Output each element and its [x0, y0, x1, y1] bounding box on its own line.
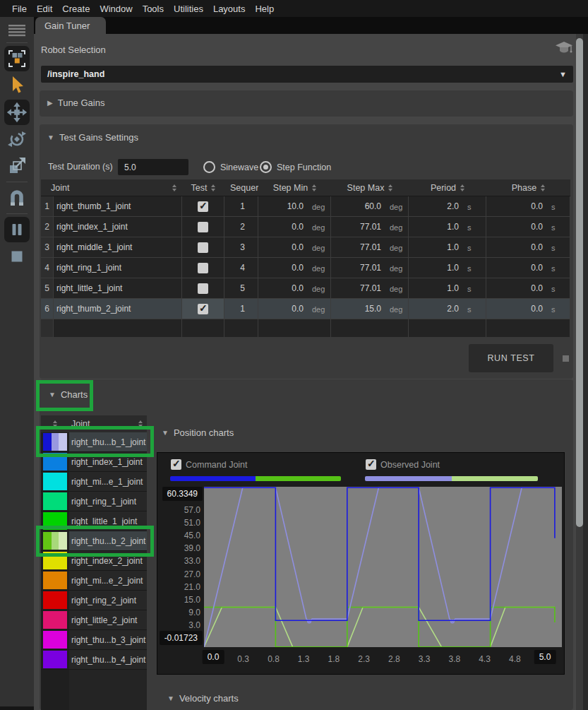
phase-cell[interactable]: 0.0s: [486, 278, 570, 298]
velocity-charts-header[interactable]: ▼ Velocity charts: [167, 693, 239, 704]
max-value: 77.01: [331, 222, 390, 232]
x-tick-label: 3.8: [448, 654, 460, 664]
menu-item-file[interactable]: File: [7, 4, 32, 14]
period-cell[interactable]: 2.0s: [409, 196, 486, 216]
table-row[interactable]: 1right_thumb_1_joint110.0deg60.0deg2.0s0…: [41, 196, 570, 217]
table-row[interactable]: 3right_middle_1_joint30.0deg77.01deg1.0s…: [41, 237, 570, 258]
sequence-cell[interactable]: 1: [224, 196, 258, 216]
test-checkbox-cell[interactable]: [182, 278, 224, 298]
command-joint-toggle[interactable]: Command Joint: [171, 459, 248, 470]
joint-list-row[interactable]: right_thu...b_4_joint: [41, 650, 147, 670]
joint-list-row[interactable]: right_mi...e_1_joint: [41, 472, 147, 492]
joint-list-row[interactable]: right_index_2_joint: [41, 551, 147, 571]
test-checkbox-cell[interactable]: [182, 258, 224, 278]
tab-gain-tuner[interactable]: Gain Tuner: [35, 17, 106, 34]
test-gains-header[interactable]: ▼ Test Gains Settings: [47, 132, 138, 143]
min-cell[interactable]: 0.0deg: [258, 299, 331, 319]
position-charts-header[interactable]: ▼ Position charts: [162, 427, 234, 438]
column-header-sequer[interactable]: Sequer: [224, 179, 258, 196]
x-tick-label: 5.0: [534, 650, 556, 664]
sequence-cell[interactable]: 5: [224, 278, 258, 298]
column-header-step-min[interactable]: Step Min: [258, 179, 331, 196]
menu-item-edit[interactable]: Edit: [32, 4, 57, 14]
graduation-cap-icon[interactable]: [555, 40, 573, 59]
joint-list-row[interactable]: right_little_2_joint: [41, 610, 147, 630]
sequence-cell[interactable]: 1: [224, 299, 258, 319]
min-cell[interactable]: 0.0deg: [258, 217, 331, 237]
max-cell[interactable]: 15.0deg: [331, 299, 409, 319]
joint-list-row[interactable]: right_thu...b_2_joint: [41, 531, 147, 551]
min-cell[interactable]: 0.0deg: [258, 237, 331, 257]
table-row[interactable]: 2right_index_1_joint20.0deg77.01deg1.0s0…: [41, 217, 570, 237]
table-row[interactable]: 4right_ring_1_joint40.0deg77.01deg1.0s0.…: [41, 258, 570, 278]
menu-item-help[interactable]: Help: [250, 4, 279, 14]
joint-list-row[interactable]: right_ring_1_joint: [41, 492, 147, 511]
stop-icon[interactable]: [4, 244, 30, 269]
max-cell[interactable]: 77.01deg: [331, 237, 409, 257]
period-cell[interactable]: 1.0s: [409, 278, 486, 298]
joint-list-row[interactable]: right_thu...b_1_joint: [41, 432, 147, 452]
joint-list-row[interactable]: right_index_1_joint: [41, 452, 147, 472]
phase-cell[interactable]: 0.0s: [486, 217, 570, 237]
table-row[interactable]: 6right_thumb_2_joint10.0deg15.0deg2.0s0.…: [41, 299, 570, 319]
radio-sinewave[interactable]: Sinewave: [203, 161, 258, 173]
test-duration-input[interactable]: 5.0: [118, 159, 188, 175]
max-cell[interactable]: 60.0deg: [331, 196, 409, 216]
column-header-period[interactable]: Period: [409, 179, 486, 196]
menu-item-tools[interactable]: Tools: [138, 4, 169, 14]
joint-list-row[interactable]: right_thu...b_3_joint: [41, 630, 147, 650]
column-header-joint[interactable]: Joint: [41, 179, 182, 196]
run-test-button[interactable]: RUN TEST: [469, 344, 553, 372]
color-column-header[interactable]: [41, 415, 69, 432]
observed-joint-toggle[interactable]: Observed Joint: [366, 459, 440, 470]
period-cell[interactable]: 1.0s: [409, 237, 486, 257]
phase-cell[interactable]: 0.0s: [486, 196, 570, 216]
phase-cell[interactable]: 0.0s: [486, 258, 570, 278]
scrollbar-handle[interactable]: [576, 38, 583, 527]
min-cell[interactable]: 10.0deg: [258, 196, 331, 216]
joint-list-row[interactable]: right_mi...e_2_joint: [41, 571, 147, 591]
table-row[interactable]: 5right_little_1_joint50.0deg77.01deg1.0s…: [41, 278, 570, 299]
pause-icon[interactable]: [4, 217, 30, 242]
selection-mode-icon[interactable]: [4, 46, 30, 71]
column-header-step-max[interactable]: Step Max: [331, 179, 409, 196]
min-cell[interactable]: 0.0deg: [258, 258, 331, 278]
menu-item-utilities[interactable]: Utilities: [169, 4, 208, 14]
max-cell[interactable]: 77.01deg: [331, 258, 409, 278]
robot-selection-dropdown[interactable]: /inspire_hand ▼: [41, 66, 573, 83]
max-cell[interactable]: 77.01deg: [331, 217, 409, 237]
snap-magnet-icon[interactable]: [4, 185, 30, 211]
phase-cell[interactable]: 0.0s: [486, 237, 570, 257]
joint-column-header[interactable]: Joint: [69, 415, 147, 432]
menu-item-layouts[interactable]: Layouts: [208, 4, 251, 14]
max-cell[interactable]: 77.01deg: [331, 278, 409, 298]
period-cell[interactable]: 1.0s: [409, 217, 486, 237]
min-cell[interactable]: 0.0deg: [258, 278, 331, 298]
phase-cell[interactable]: 0.0s: [486, 299, 570, 319]
radio-step-function[interactable]: Step Function: [260, 161, 331, 173]
rotate-tool-icon[interactable]: [4, 126, 30, 152]
joint-list-row[interactable]: right_little_1_joint: [41, 511, 147, 531]
charts-header[interactable]: ▼ Charts: [49, 389, 88, 400]
test-checkbox-cell[interactable]: [182, 196, 224, 216]
column-header-test[interactable]: Test: [182, 179, 224, 196]
sequence-cell[interactable]: 2: [224, 217, 258, 237]
plot-area[interactable]: [204, 487, 562, 647]
tune-gains-section[interactable]: ▶ Tune Gains: [40, 90, 573, 117]
move-tool-icon[interactable]: [4, 100, 30, 125]
scale-tool-icon[interactable]: [4, 153, 30, 179]
period-cell[interactable]: 2.0s: [409, 299, 486, 319]
test-checkbox-cell[interactable]: [182, 299, 224, 319]
test-checkbox-cell[interactable]: [182, 217, 224, 237]
period-cell[interactable]: 1.0s: [409, 258, 486, 278]
hamburger-menu-icon[interactable]: [4, 21, 30, 40]
observed-legend-bar: [365, 476, 538, 481]
menu-item-create[interactable]: Create: [57, 4, 95, 14]
joint-list-row[interactable]: right_ring_2_joint: [41, 591, 147, 610]
column-header-phase[interactable]: Phase: [486, 179, 570, 196]
menu-item-window[interactable]: Window: [95, 4, 137, 14]
cursor-select-icon[interactable]: [4, 73, 30, 98]
test-checkbox-cell[interactable]: [182, 237, 224, 257]
sequence-cell[interactable]: 4: [224, 258, 258, 278]
sequence-cell[interactable]: 3: [224, 237, 258, 257]
